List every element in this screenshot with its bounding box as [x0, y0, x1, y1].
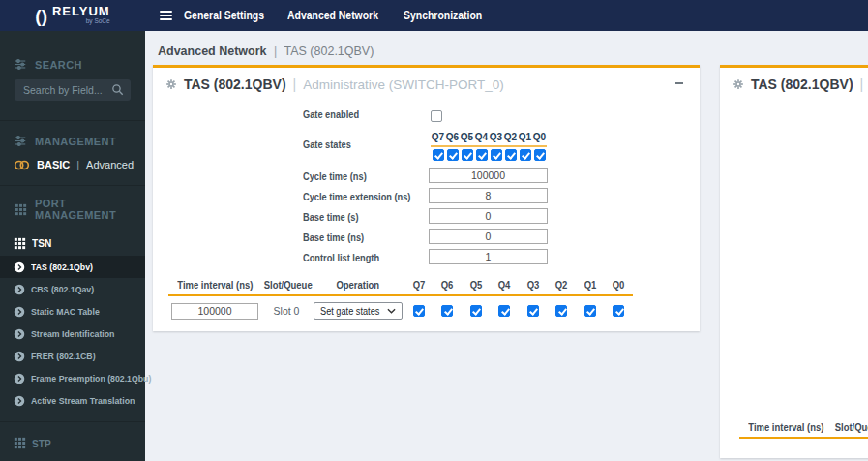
- chevron-circle-right-icon: [14, 395, 25, 407]
- gate-state-checkbox[interactable]: [520, 149, 531, 161]
- queue-header-label: Q4: [474, 132, 489, 142]
- gate-states-label: Gate states: [303, 138, 351, 150]
- slot-queue-value: Slot 0: [274, 305, 300, 317]
- nav-item-advanced-network[interactable]: Advanced Network: [282, 0, 398, 31]
- col-header-slot-queue: Slot/Queue: [261, 279, 312, 291]
- gate-state-checkbox[interactable]: [476, 149, 488, 161]
- sidebar-item-stp[interactable]: STP: [0, 431, 145, 455]
- administrative-panel: TAS (802.1QBV) | Administrative (SWITCH-…: [153, 65, 700, 331]
- col-header-queue: Q4: [491, 279, 520, 291]
- row-gate-checkbox[interactable]: [555, 305, 567, 317]
- col-header-queue: Q3: [519, 279, 548, 291]
- control-list-header-row: Time interval (ns) Slot/Queue Operation …: [168, 279, 633, 296]
- row-gate-checkbox[interactable]: [613, 305, 624, 317]
- panel-subtitle: Administrative (SWITCH-PORT_0): [303, 77, 504, 92]
- time-interval-input[interactable]: [171, 303, 258, 320]
- cycle-time-extension-input[interactable]: [429, 188, 548, 203]
- chevron-circle-right-icon: [14, 284, 25, 295]
- mode-toggle-icon: [14, 159, 30, 171]
- management-section-header: MANAGEMENT: [0, 135, 145, 147]
- base-time-s-input[interactable]: [429, 208, 548, 224]
- sidebar-item-active-stream-translation[interactable]: Active Stream Translation: [0, 389, 145, 412]
- col-header-time-interval: Time interval (ns): [739, 421, 832, 433]
- queue-header-label: Q5: [460, 132, 474, 142]
- row-gate-checkbox[interactable]: [584, 305, 596, 317]
- gate-state-checkbox[interactable]: [491, 149, 502, 161]
- col-header-time-interval: Time interval (ns): [168, 279, 261, 291]
- chevron-circle-right-icon: [14, 373, 25, 384]
- sidebar-item-stream-identification[interactable]: Stream Identification: [0, 323, 145, 345]
- sliders-icon: [15, 135, 27, 147]
- queue-header-label: Q0: [532, 132, 547, 142]
- control-list-table: Time interval (ns) Slot/Queue Operation …: [168, 279, 633, 320]
- queue-header-label: Q3: [489, 132, 503, 142]
- gate-state-checkbox[interactable]: [433, 149, 444, 161]
- cycle-time-input[interactable]: [429, 168, 548, 183]
- search-box[interactable]: [15, 79, 131, 101]
- queue-header-label: Q2: [503, 132, 518, 142]
- col-header-queue: Q0: [605, 279, 634, 291]
- administrative-panel-header: TAS (802.1QBV) | Administrative (SWITCH-…: [153, 68, 700, 92]
- sidebar-item-frer[interactable]: FRER (802.1CB): [0, 345, 145, 367]
- sidebar-item-basic-advanced[interactable]: BASIC | Advanced: [0, 156, 145, 173]
- sidebar: SEARCH MANAGEMENT BASIC | Advanced PORT …: [0, 31, 145, 461]
- breadcrumb: Advanced Network | TAS (802.1QBV): [158, 45, 374, 58]
- gate-enabled-checkbox[interactable]: [431, 110, 442, 122]
- main-nav: General Settings Advanced Network Synchr…: [178, 0, 500, 31]
- row-gate-checkbox[interactable]: [527, 305, 539, 317]
- gate-state-checkbox[interactable]: [505, 149, 517, 161]
- row-gate-checkbox[interactable]: [470, 305, 482, 317]
- operative-panel: TAS (802.1QBV) | Operative (SWITCH-PORT_…: [720, 65, 868, 458]
- sidebar-item-tas[interactable]: TAS (802.1Qbv): [0, 256, 145, 278]
- top-navbar: () RELYUM by SoCe General Settings Advan…: [0, 0, 868, 31]
- management-section-label: MANAGEMENT: [35, 136, 116, 147]
- sidebar-item-static-mac-table[interactable]: Static MAC Table: [0, 300, 145, 323]
- col-header-queue: Q2: [548, 279, 577, 291]
- collapse-panel-button[interactable]: [673, 77, 686, 90]
- nav-item-general-settings[interactable]: General Settings: [178, 0, 282, 31]
- cycle-time-label: Cycle time (ns): [303, 170, 367, 182]
- chevron-down-icon: [387, 308, 396, 314]
- port-management-section-header: PORT MANAGEMENT: [0, 198, 145, 221]
- operative-panel-header: TAS (802.1QBV) | Operative (SWITCH-PORT_…: [720, 68, 868, 92]
- sidebar-item-frame-preemption[interactable]: Frame Preemption (802.1Qbu): [0, 367, 145, 389]
- gate-states-queue-headers: Q7Q6Q5Q4Q3Q2Q1Q0: [431, 132, 547, 147]
- brand-logo[interactable]: () RELYUM by SoCe: [0, 0, 145, 31]
- gate-state-checkbox[interactable]: [462, 149, 473, 161]
- col-header-queue: Q7: [404, 279, 434, 291]
- gate-states-checkboxes: [431, 149, 547, 161]
- queue-header-label: Q7: [431, 132, 445, 142]
- gear-icon: [165, 78, 177, 90]
- control-list-length-label: Control list length: [303, 252, 379, 263]
- mode-advanced-label[interactable]: Advanced: [86, 159, 134, 170]
- grid-icon: [15, 203, 27, 216]
- search-icon[interactable]: [111, 83, 124, 96]
- gate-state-checkbox[interactable]: [447, 149, 459, 161]
- sidebar-item-lldp[interactable]: LLDP: [0, 455, 145, 461]
- sidebar-item-tsn[interactable]: TSN: [0, 230, 145, 256]
- panel-title: TAS (802.1QBV): [184, 77, 286, 92]
- chevron-circle-right-icon: [14, 306, 25, 318]
- base-time-ns-input[interactable]: [429, 229, 548, 244]
- row-gate-checkbox[interactable]: [441, 305, 453, 317]
- panel-title: TAS (802.1QBV): [751, 77, 853, 92]
- mode-basic-label[interactable]: BASIC: [37, 159, 70, 170]
- operation-select[interactable]: Set gate states: [314, 302, 403, 320]
- brand-tagline: by SoCe: [86, 17, 110, 25]
- sliders-icon: [15, 58, 27, 71]
- operative-control-list-header-row: Time interval (ns) Slot/Queue Operation …: [739, 421, 868, 439]
- sidebar-item-cbs[interactable]: CBS (802.1Qav): [0, 278, 145, 300]
- search-section-header: SEARCH: [15, 58, 131, 71]
- row-gate-checkbox[interactable]: [413, 305, 425, 317]
- queue-header-label: Q1: [518, 132, 532, 142]
- cycle-time-extension-label: Cycle time extension (ns): [303, 191, 410, 202]
- base-time-s-label: Base time (s): [303, 211, 359, 223]
- sidebar-toggle-button[interactable]: [153, 0, 178, 31]
- col-header-slot-queue: Slot/Queue: [832, 421, 868, 433]
- row-gate-checkbox[interactable]: [498, 305, 510, 317]
- nav-item-synchronization[interactable]: Synchronization: [398, 0, 499, 31]
- gate-state-checkbox[interactable]: [534, 149, 546, 161]
- breadcrumb-section: Advanced Network: [158, 45, 267, 58]
- control-list-length-input[interactable]: [429, 249, 548, 264]
- grid-icon: [14, 237, 26, 250]
